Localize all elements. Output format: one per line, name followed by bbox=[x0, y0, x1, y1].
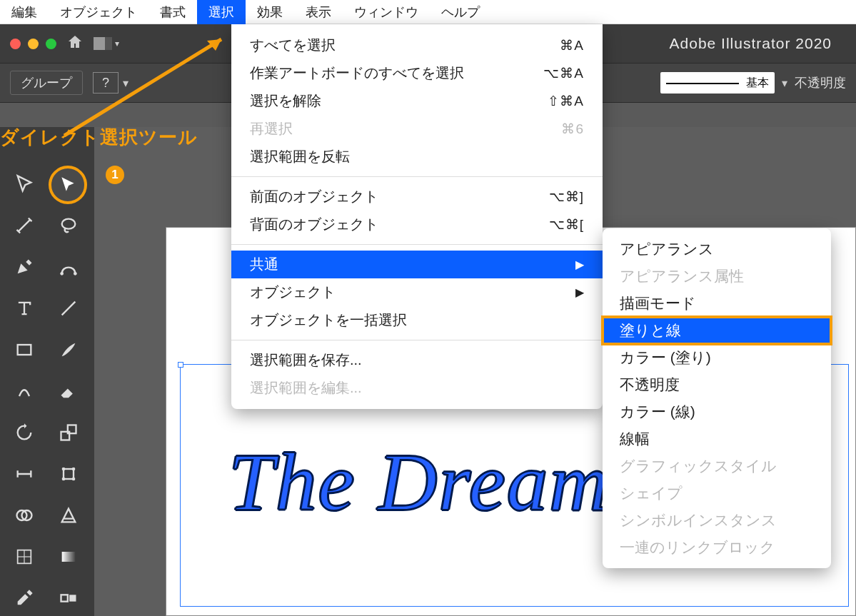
menu-save-selection[interactable]: 選択範囲を保存... bbox=[231, 346, 603, 374]
sm-blending-mode[interactable]: 描画モード bbox=[603, 290, 831, 317]
menu-start-global-edit[interactable]: オブジェクトを一括選択 bbox=[231, 306, 603, 334]
svg-rect-18 bbox=[61, 595, 68, 601]
sm-shape: シェイプ bbox=[603, 480, 831, 507]
menu-next-object-below[interactable]: 背面のオブジェクト⌥⌘[ bbox=[231, 211, 603, 238]
svg-point-2 bbox=[74, 272, 77, 276]
svg-line-3 bbox=[62, 302, 76, 315]
home-icon[interactable] bbox=[66, 34, 84, 54]
menu-type[interactable]: 書式 bbox=[148, 0, 197, 24]
sm-stroke-color[interactable]: カラー (線) bbox=[603, 398, 831, 425]
sm-link-block: 一連のリンクブロック bbox=[603, 534, 831, 561]
svg-rect-19 bbox=[69, 595, 76, 601]
type-tool[interactable] bbox=[10, 294, 39, 323]
sm-appearance[interactable]: アピアランス bbox=[603, 236, 831, 263]
sm-fill-color[interactable]: カラー (塗り) bbox=[603, 344, 831, 371]
svg-point-0 bbox=[62, 219, 76, 229]
tool-panel bbox=[0, 127, 94, 616]
blend-tool[interactable] bbox=[54, 584, 83, 612]
line-tool[interactable] bbox=[54, 294, 83, 323]
eyedropper-tool[interactable] bbox=[10, 584, 39, 612]
menu-select-artboard-all[interactable]: 作業アートボードのすべてを選択⌥⌘A bbox=[231, 59, 603, 87]
menu-deselect[interactable]: 選択を解除⇧⌘A bbox=[231, 87, 603, 115]
perspective-tool[interactable] bbox=[54, 501, 83, 530]
stroke-style-label: 基本 bbox=[746, 76, 769, 91]
svg-rect-7 bbox=[64, 469, 74, 479]
gradient-tool[interactable] bbox=[54, 542, 83, 571]
menu-edit[interactable]: 編集 bbox=[0, 0, 49, 24]
submenu-arrow-icon: ▶ bbox=[575, 258, 584, 271]
menu-reselect: 再選択⌘6 bbox=[231, 115, 603, 143]
sm-symbol-instance: シンボルインスタンス bbox=[603, 507, 831, 534]
svg-point-11 bbox=[72, 478, 76, 481]
scale-tool[interactable] bbox=[54, 418, 83, 447]
svg-point-10 bbox=[62, 478, 66, 481]
paintbrush-tool[interactable] bbox=[54, 335, 83, 364]
sm-opacity[interactable]: 不透明度 bbox=[603, 371, 831, 398]
sm-appearance-attr: アピアランス属性 bbox=[603, 263, 831, 290]
shaper-tool[interactable] bbox=[10, 377, 39, 405]
menu-view[interactable]: 表示 bbox=[294, 0, 343, 24]
chevron-down-icon: ▾ bbox=[115, 39, 119, 49]
menu-window[interactable]: ウィンドウ bbox=[343, 0, 430, 24]
rectangle-tool[interactable] bbox=[10, 335, 39, 364]
selection-handle[interactable] bbox=[178, 362, 183, 368]
minimize-window-icon[interactable] bbox=[28, 39, 39, 49]
selection-type-label[interactable]: グループ bbox=[10, 71, 83, 95]
svg-point-9 bbox=[72, 468, 76, 471]
opacity-label[interactable]: 不透明度 bbox=[795, 74, 846, 91]
direct-selection-tool[interactable] bbox=[54, 170, 83, 198]
magic-wand-tool[interactable] bbox=[10, 211, 39, 240]
sm-stroke-weight[interactable]: 線幅 bbox=[603, 425, 831, 453]
menu-object[interactable]: オブジェクト bbox=[49, 0, 148, 24]
stroke-style-dropdown[interactable]: 基本 bbox=[660, 72, 775, 94]
menu-inverse[interactable]: 選択範囲を反転 bbox=[231, 143, 603, 171]
pen-tool[interactable] bbox=[10, 253, 39, 281]
mac-menubar: 編集 オブジェクト 書式 選択 効果 表示 ウィンドウ ヘルプ bbox=[0, 0, 856, 24]
same-submenu: アピアランス アピアランス属性 描画モード 塗りと線 カラー (塗り) 不透明度… bbox=[603, 228, 831, 568]
menu-next-object-above[interactable]: 前面のオブジェクト⌥⌘] bbox=[231, 183, 603, 211]
svg-rect-4 bbox=[18, 345, 31, 355]
lasso-tool[interactable] bbox=[54, 211, 83, 240]
menu-same[interactable]: 共通▶ bbox=[231, 251, 603, 278]
help-dropdown[interactable]: ? ▾ bbox=[93, 72, 129, 94]
app-title: Adobe Illustrator 2020 bbox=[670, 35, 832, 52]
select-menu-dropdown: すべてを選択⌘A 作業アートボードのすべてを選択⌥⌘A 選択を解除⇧⌘A 再選択… bbox=[231, 24, 603, 409]
sm-graphic-style: グラフィックスタイル bbox=[603, 453, 831, 480]
close-window-icon[interactable] bbox=[10, 39, 21, 49]
selection-tool[interactable] bbox=[10, 170, 39, 198]
svg-point-8 bbox=[62, 468, 66, 471]
rotate-tool[interactable] bbox=[10, 418, 39, 447]
menu-edit-selection: 選択範囲を編集... bbox=[231, 374, 603, 402]
mesh-tool[interactable] bbox=[10, 542, 39, 571]
curvature-tool[interactable] bbox=[54, 253, 83, 281]
shape-builder-tool[interactable] bbox=[10, 501, 39, 530]
maximize-window-icon[interactable] bbox=[46, 39, 56, 49]
submenu-arrow-icon: ▶ bbox=[575, 286, 584, 299]
chevron-down-icon: ▾ bbox=[782, 76, 787, 90]
menu-help[interactable]: ヘルプ bbox=[430, 0, 491, 24]
chevron-down-icon: ▾ bbox=[123, 76, 129, 90]
svg-point-1 bbox=[60, 272, 64, 276]
menu-select[interactable]: 選択 bbox=[197, 0, 246, 24]
annotation-badge-1: 1 bbox=[106, 166, 124, 184]
free-transform-tool[interactable] bbox=[54, 460, 83, 488]
window-controls[interactable] bbox=[10, 39, 56, 49]
menu-select-all[interactable]: すべてを選択⌘A bbox=[231, 31, 603, 59]
layout-icon bbox=[94, 37, 112, 50]
menu-object-submenu[interactable]: オブジェクト▶ bbox=[231, 278, 603, 306]
sm-fill-and-stroke[interactable]: 塗りと線 bbox=[603, 317, 831, 344]
svg-rect-17 bbox=[62, 552, 76, 562]
arrange-documents-button[interactable]: ▾ bbox=[94, 37, 119, 50]
help-icon: ? bbox=[93, 72, 119, 94]
eraser-tool[interactable] bbox=[54, 377, 83, 405]
menu-effect[interactable]: 効果 bbox=[246, 0, 294, 24]
width-tool[interactable] bbox=[10, 460, 39, 488]
canvas-text-object[interactable]: The Dream bbox=[228, 435, 610, 530]
annotation-tool-label: ダイレクト選択ツール bbox=[0, 125, 198, 150]
